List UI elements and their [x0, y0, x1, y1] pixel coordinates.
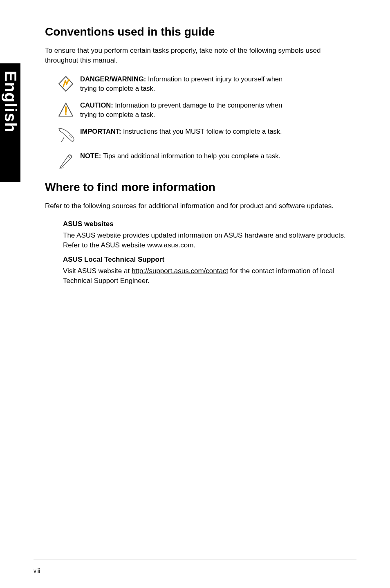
heading-where: Where to find more information	[45, 181, 353, 194]
danger-icon	[57, 74, 80, 92]
row-note: NOTE: Tips and additional information to…	[45, 151, 353, 170]
note-label: NOTE:	[80, 152, 103, 159]
asus-websites-block: ASUS websites The ASUS website provides …	[45, 220, 353, 250]
local-support-body: Visit ASUS website at http://support.asu…	[63, 266, 353, 286]
row-caution: CAUTION: Information to prevent damage t…	[45, 101, 353, 119]
important-body: Instructions that you MUST follow to com…	[123, 128, 282, 135]
asus-website-link[interactable]: www.asus.com	[147, 241, 193, 249]
danger-label: DANGER/WARNING:	[80, 75, 148, 83]
important-label: IMPORTANT:	[80, 128, 123, 135]
local-support-block: ASUS Local Technical Support Visit ASUS …	[45, 256, 353, 286]
danger-text: DANGER/WARNING: Information to prevent i…	[80, 74, 285, 93]
local-support-link[interactable]: http://support.asus.com/contact	[132, 267, 228, 275]
page-number: viii	[34, 568, 40, 574]
intro-conventions: To ensure that you perform certain tasks…	[45, 46, 353, 65]
asus-websites-post: .	[193, 241, 195, 249]
local-support-pre: Visit ASUS website at	[63, 267, 132, 275]
caution-icon	[57, 101, 80, 119]
language-tab: English	[0, 63, 20, 182]
row-danger: DANGER/WARNING: Information to prevent i…	[45, 74, 353, 93]
asus-websites-body: The ASUS website provides updated inform…	[63, 231, 353, 250]
footer-divider	[34, 559, 356, 559]
important-text: IMPORTANT: Instructions that you MUST fo…	[80, 127, 282, 136]
heading-conventions: Conventions used in this guide	[45, 25, 353, 38]
page-content: Conventions used in this guide To ensure…	[0, 0, 390, 286]
asus-websites-title: ASUS websites	[63, 220, 353, 228]
caution-text: CAUTION: Information to prevent damage t…	[80, 101, 285, 119]
note-body: Tips and additional information to help …	[103, 152, 280, 159]
important-icon	[57, 127, 80, 144]
row-important: IMPORTANT: Instructions that you MUST fo…	[45, 127, 353, 144]
intro-where: Refer to the following sources for addit…	[45, 201, 353, 211]
caution-label: CAUTION:	[80, 101, 115, 109]
local-support-title: ASUS Local Technical Support	[63, 256, 353, 264]
svg-point-1	[65, 113, 67, 115]
asus-websites-pre: The ASUS website provides updated inform…	[63, 231, 346, 249]
note-icon	[57, 151, 80, 170]
note-text: NOTE: Tips and additional information to…	[80, 151, 280, 161]
